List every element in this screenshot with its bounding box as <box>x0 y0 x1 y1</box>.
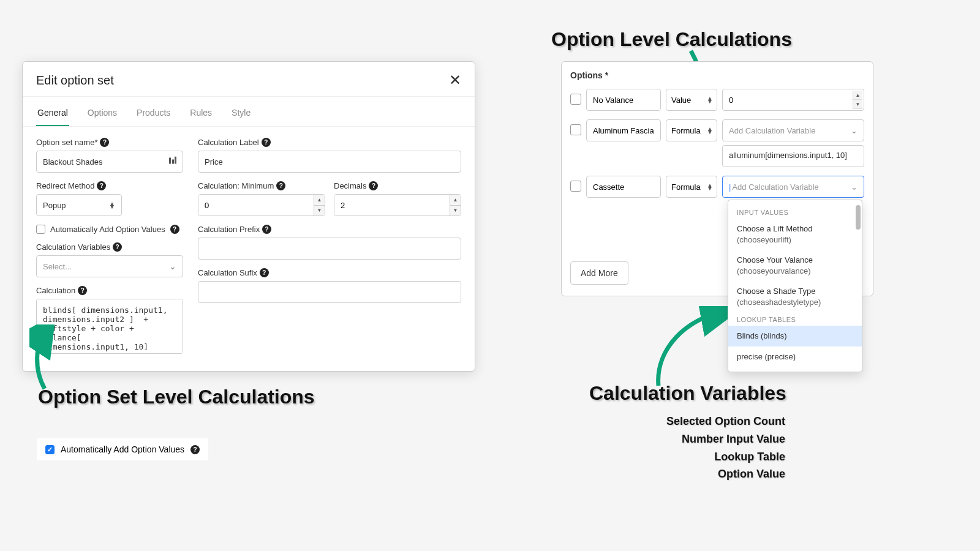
option-checkbox[interactable] <box>570 181 581 192</box>
tab-style[interactable]: Style <box>230 102 252 126</box>
edit-option-set-modal: Edit option set ✕ General Options Produc… <box>22 61 475 372</box>
spin-down-icon[interactable]: ▼ <box>853 100 862 109</box>
subcaption-calc-vars: Selected Option Count Number Input Value… <box>641 413 785 483</box>
label-calc-prefix: Calculation Prefix? <box>198 225 461 234</box>
label-redirect-method: Redirect Method? <box>36 181 183 190</box>
option-type-select[interactable]: Value ▲▼ <box>666 89 717 111</box>
close-icon[interactable]: ✕ <box>449 73 461 88</box>
scrollbar[interactable] <box>856 205 861 367</box>
auto-add-card: Automatically Add Option Values ? <box>37 438 208 460</box>
help-icon[interactable]: ? <box>113 242 122 252</box>
option-checkbox[interactable] <box>570 124 581 135</box>
option-name-input[interactable]: Cassette <box>586 176 661 198</box>
spin-up-icon[interactable]: ▲ <box>450 195 461 206</box>
chevron-down-icon: ⌄ <box>851 182 858 192</box>
option-name-input[interactable]: No Valance <box>586 89 661 111</box>
help-icon[interactable]: ? <box>170 225 179 234</box>
spin-up-icon[interactable]: ▲ <box>314 195 325 206</box>
option-row: Cassette Formula ▲▼ |Add Calculation Var… <box>570 176 864 198</box>
add-more-button[interactable]: Add More <box>570 261 628 285</box>
dropdown-item[interactable]: precise (precise) <box>728 347 862 367</box>
dropdown-item[interactable]: Choose a Shade Type(choseashadestyletype… <box>728 281 862 312</box>
label-option-set-name: Option set name*? <box>36 138 183 147</box>
label-calc-label: Calculation Label? <box>198 138 461 147</box>
variable-select[interactable]: Add Calculation Variable ⌄ <box>722 119 864 141</box>
decimals-input[interactable]: ▲▼ <box>334 194 461 216</box>
help-icon[interactable]: ? <box>100 138 109 147</box>
svg-rect-2 <box>175 157 176 164</box>
spin-up-icon[interactable]: ▲ <box>853 91 862 100</box>
help-icon[interactable]: ? <box>260 268 269 277</box>
label-calc-min: Calculation: Minimum? <box>198 181 325 190</box>
chevron-down-icon: ⌄ <box>169 261 176 271</box>
caption-option-level: Option Level Calculations <box>551 28 792 51</box>
tab-rules[interactable]: Rules <box>189 102 213 126</box>
option-name-input[interactable]: Aluminum Fascia <box>586 119 661 141</box>
option-set-name-input[interactable] <box>36 151 183 173</box>
spin-down-icon[interactable]: ▼ <box>314 206 325 216</box>
option-type-select[interactable]: Formula ▲▼ <box>666 119 717 141</box>
options-title: Options * <box>570 70 864 80</box>
svg-rect-0 <box>169 158 171 164</box>
auto-add-label-2: Automatically Add Option Values <box>61 444 184 454</box>
dropdown-item[interactable]: Choose Your Valance(chooseyourvalance) <box>728 250 862 281</box>
spin-down-icon[interactable]: ▼ <box>450 206 461 216</box>
dropdown-item[interactable]: Choose a Lift Method(chooseyourlift) <box>728 219 862 250</box>
caret-icon: ▲▼ <box>707 184 713 190</box>
caret-icon: ▲▼ <box>707 127 713 133</box>
option-type-select[interactable]: Formula ▲▼ <box>666 176 717 198</box>
option-row: Aluminum Fascia Formula ▲▼ Add Calculati… <box>570 119 864 167</box>
auto-add-checkbox[interactable] <box>36 225 45 234</box>
help-icon[interactable]: ? <box>190 445 200 454</box>
calculation-textarea[interactable]: blinds[ dimensions.input1, dimensions.in… <box>36 299 183 354</box>
label-calc-variables: Calculation Variables? <box>36 242 183 252</box>
modal-tabs: General Options Products Rules Style <box>23 102 475 126</box>
help-icon[interactable]: ? <box>369 181 378 190</box>
calc-variables-select[interactable]: Select... ⌄ <box>36 255 183 277</box>
tab-options[interactable]: Options <box>86 102 118 126</box>
dropdown-section-header: LOOKUP TABLES <box>728 312 862 326</box>
help-icon[interactable]: ? <box>262 138 271 147</box>
calc-prefix-input[interactable] <box>198 238 461 260</box>
modal-title: Edit option set <box>36 73 114 88</box>
option-checkbox[interactable] <box>570 94 581 105</box>
label-decimals: Decimals? <box>334 181 461 190</box>
svg-rect-1 <box>172 160 174 164</box>
option-row: No Valance Value ▲▼ 0 ▲▼ <box>570 89 864 111</box>
caret-icon: ▲▼ <box>109 202 115 208</box>
redirect-method-select[interactable]: Popup ▲▼ <box>36 194 122 216</box>
auto-add-checkbox-checked[interactable] <box>45 445 55 454</box>
input-end-icon <box>168 157 177 167</box>
calc-label-input[interactable] <box>198 151 461 173</box>
auto-add-label: Automatically Add Option Values <box>50 225 165 234</box>
dropdown-section-header: INPUT VALUES <box>728 205 862 219</box>
variable-dropdown: INPUT VALUES Choose a Lift Method(choose… <box>728 200 862 372</box>
caption-calc-vars: Calculation Variables <box>589 382 786 405</box>
calc-suffix-input[interactable] <box>198 281 461 303</box>
help-icon[interactable]: ? <box>97 181 106 190</box>
arrow-calc-vars <box>649 306 735 392</box>
chevron-down-icon: ⌄ <box>851 126 858 135</box>
formula-display[interactable]: alluminum[dimensions.input1, 10] <box>722 145 864 167</box>
caret-icon: ▲▼ <box>707 97 713 103</box>
help-icon[interactable]: ? <box>78 286 87 295</box>
dropdown-item[interactable]: Blinds (blinds) <box>728 326 862 347</box>
variable-select-focused[interactable]: |Add Calculation Variable ⌄ <box>722 176 864 198</box>
option-value-input[interactable]: 0 ▲▼ <box>722 89 864 111</box>
calc-min-input[interactable]: ▲▼ <box>198 194 325 216</box>
help-icon[interactable]: ? <box>276 181 285 190</box>
tab-general[interactable]: General <box>36 102 69 126</box>
tab-products[interactable]: Products <box>135 102 172 126</box>
label-calc-suffix: Calculation Sufix? <box>198 268 461 277</box>
label-calculation: Calculation? <box>36 286 183 295</box>
caption-option-set-level: Option Set Level Calculations <box>38 386 315 408</box>
help-icon[interactable]: ? <box>262 225 271 234</box>
